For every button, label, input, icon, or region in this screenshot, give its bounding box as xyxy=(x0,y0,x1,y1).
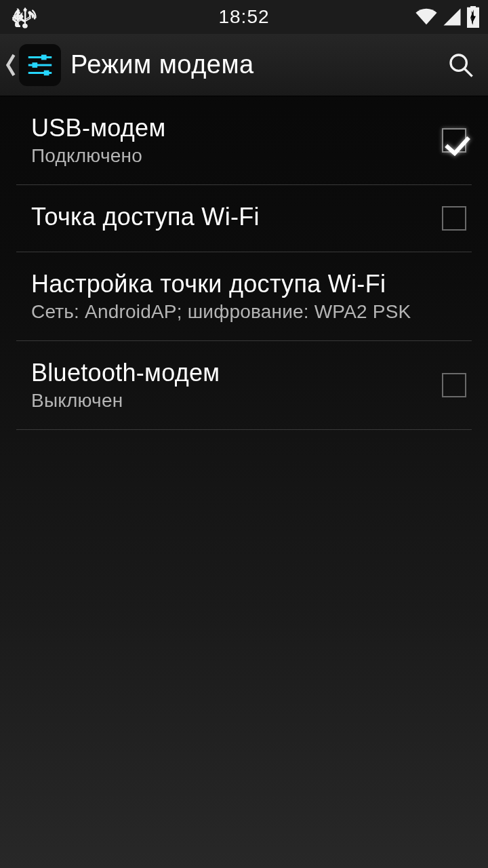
item-title: Точка доступа Wi-Fi xyxy=(31,203,442,231)
item-subtitle: Выключен xyxy=(31,390,442,412)
settings-icon[interactable] xyxy=(19,44,61,86)
item-title: Bluetooth-модем xyxy=(31,359,442,387)
search-button[interactable] xyxy=(446,50,476,80)
wifi-icon xyxy=(415,7,438,27)
item-title: Настройка точки доступа Wi-Fi xyxy=(31,270,472,298)
settings-list: USB-модем Подключено Точка доступа Wi-Fi… xyxy=(0,96,488,430)
usb-tether-icon xyxy=(14,5,37,28)
bluetooth-tethering-item[interactable]: Bluetooth-модем Выключен xyxy=(16,341,472,430)
svg-rect-3 xyxy=(41,54,47,60)
back-button[interactable] xyxy=(5,53,16,77)
wifi-hotspot-checkbox[interactable] xyxy=(442,206,466,231)
app-bar: Режим модема xyxy=(0,34,488,96)
item-title: USB-модем xyxy=(31,114,442,142)
usb-tethering-item[interactable]: USB-модем Подключено xyxy=(16,96,472,185)
page-title: Режим модема xyxy=(70,50,446,79)
status-bar[interactable]: 18:52 xyxy=(0,0,488,34)
wifi-hotspot-setup-item[interactable]: Настройка точки доступа Wi-Fi Сеть: Andr… xyxy=(16,252,472,341)
svg-rect-4 xyxy=(33,62,38,68)
bluetooth-tethering-checkbox[interactable] xyxy=(442,373,466,397)
battery-charging-icon xyxy=(466,6,480,28)
svg-point-6 xyxy=(451,55,466,71)
svg-rect-5 xyxy=(44,70,49,75)
item-subtitle: Подключено xyxy=(31,145,442,167)
svg-line-7 xyxy=(464,68,472,77)
status-clock: 18:52 xyxy=(218,6,269,28)
usb-tethering-checkbox[interactable] xyxy=(442,128,466,153)
item-subtitle: Сеть: AndroidAP; шифрование: WPA2 PSK xyxy=(31,301,472,323)
wifi-hotspot-item[interactable]: Точка доступа Wi-Fi xyxy=(16,185,472,252)
signal-icon xyxy=(442,7,462,27)
